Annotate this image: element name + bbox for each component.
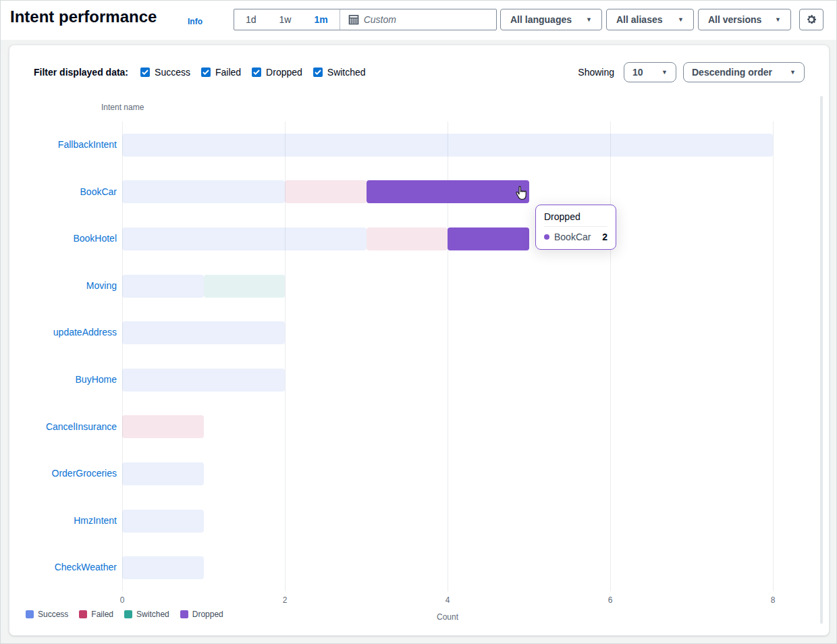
- checkbox-dropped[interactable]: Dropped: [252, 67, 302, 78]
- chart-legend: SuccessFailedSwitchedDropped: [26, 610, 223, 619]
- legend-item[interactable]: Switched: [124, 610, 169, 619]
- sort-order-select[interactable]: Descending order ▼: [683, 62, 805, 82]
- showing-label: Showing: [578, 67, 614, 78]
- filter-label: Filter displayed data:: [34, 67, 128, 78]
- tooltip-series-label: BookCar: [554, 232, 591, 242]
- tooltip-series-dot: [544, 234, 549, 240]
- divider: [340, 9, 340, 30]
- custom-date-input[interactable]: Custom: [364, 14, 396, 25]
- chart-tooltip: Dropped BookCar 2: [535, 205, 616, 250]
- language-filter-button[interactable]: All languages ▼: [500, 9, 602, 30]
- checkbox-checked-icon: [252, 68, 261, 77]
- intent-link[interactable]: updateAddress: [9, 309, 117, 356]
- checkbox-label: Switched: [327, 67, 366, 78]
- legend-label: Failed: [91, 610, 113, 619]
- x-axis-tick: 4: [446, 595, 450, 605]
- time-option-1d[interactable]: 1d: [234, 9, 268, 30]
- alias-filter-label: All aliases: [616, 14, 663, 25]
- bar-segment-success[interactable]: [122, 462, 204, 485]
- x-axis-tick: 6: [608, 595, 613, 605]
- bar-segment-switched[interactable]: [204, 275, 286, 298]
- time-option-1w[interactable]: 1w: [268, 9, 303, 30]
- bar-segment-success[interactable]: [122, 227, 367, 250]
- tooltip-row: BookCar 2: [544, 232, 608, 242]
- bar-segment-success[interactable]: [122, 369, 285, 392]
- tooltip-series-value: 2: [602, 232, 608, 242]
- bar-segment-success[interactable]: [122, 556, 204, 579]
- intent-link[interactable]: FallbackIntent: [9, 122, 117, 169]
- gridline: [773, 122, 774, 591]
- legend-swatch: [180, 610, 188, 618]
- legend-swatch: [124, 610, 132, 618]
- chevron-down-icon: ▼: [775, 16, 781, 23]
- alias-filter-button[interactable]: All aliases ▼: [606, 9, 694, 30]
- bar-segment-failed[interactable]: [367, 227, 448, 250]
- sort-order-value: Descending order: [692, 67, 772, 78]
- page-header: Intent performance Info 1d 1w 1m Custom …: [1, 1, 837, 40]
- x-axis-tick: 0: [120, 595, 125, 605]
- legend-item[interactable]: Success: [26, 610, 68, 619]
- cursor-icon: [515, 186, 527, 203]
- version-filter-label: All versions: [708, 14, 761, 25]
- legend-label: Switched: [136, 610, 169, 619]
- x-axis-tick: 8: [771, 595, 776, 605]
- chevron-down-icon: ▼: [678, 16, 684, 23]
- tooltip-title: Dropped: [544, 211, 608, 227]
- chevron-down-icon: ▼: [662, 69, 668, 76]
- page-title: Intent performance: [10, 7, 157, 26]
- bar-segment-success[interactable]: [122, 134, 773, 157]
- intent-link[interactable]: CheckWeather: [9, 544, 117, 591]
- chevron-down-icon: ▼: [790, 69, 796, 76]
- bar-segment-failed[interactable]: [122, 415, 204, 438]
- time-option-1m[interactable]: 1m: [302, 9, 339, 30]
- checkbox-checked-icon: [313, 68, 323, 77]
- bar-segment-success[interactable]: [122, 180, 285, 203]
- version-filter-button[interactable]: All versions ▼: [698, 9, 791, 30]
- legend-label: Success: [38, 610, 68, 619]
- calendar-icon: [348, 14, 359, 25]
- checkbox-checked-icon: [201, 68, 211, 77]
- checkbox-label: Dropped: [266, 67, 302, 78]
- intent-link[interactable]: OrderGroceries: [9, 450, 117, 498]
- page-size-select[interactable]: 10 ▼: [624, 62, 676, 82]
- page-size-value: 10: [632, 67, 643, 78]
- legend-swatch: [79, 610, 87, 618]
- info-link[interactable]: Info: [188, 17, 202, 26]
- bar-segment-success[interactable]: [122, 321, 285, 344]
- intent-link[interactable]: CancelInsurance: [9, 404, 117, 451]
- intent-link[interactable]: HmzIntent: [9, 498, 117, 545]
- bar-segment-success[interactable]: [122, 275, 204, 298]
- legend-item[interactable]: Dropped: [180, 610, 223, 619]
- checkbox-failed[interactable]: Failed: [201, 67, 241, 78]
- bar-segment-dropped[interactable]: [367, 180, 529, 203]
- bar-segment-failed[interactable]: [285, 180, 367, 203]
- bar-segment-success[interactable]: [122, 510, 204, 533]
- gear-icon: [805, 14, 817, 26]
- legend-swatch: [26, 610, 34, 618]
- scrollbar[interactable]: [820, 96, 823, 624]
- gridline: [610, 122, 611, 591]
- intent-performance-panel: Filter displayed data: Success Failed Dr…: [9, 45, 830, 636]
- intent-link[interactable]: BookCar: [9, 169, 117, 216]
- filter-row: Filter displayed data: Success Failed Dr…: [34, 61, 805, 83]
- language-filter-label: All languages: [510, 14, 572, 25]
- legend-label: Dropped: [192, 610, 223, 619]
- bar-segment-dropped[interactable]: [448, 227, 529, 250]
- plot-area: [122, 122, 773, 591]
- x-axis-tick: 2: [283, 595, 288, 605]
- intent-link[interactable]: BuyHome: [9, 356, 117, 404]
- chevron-down-icon: ▼: [586, 16, 592, 23]
- settings-button[interactable]: [799, 9, 824, 30]
- legend-item[interactable]: Failed: [79, 610, 113, 619]
- time-range-control: 1d 1w 1m Custom: [234, 9, 497, 30]
- intent-link[interactable]: BookHotel: [9, 215, 117, 263]
- checkbox-checked-icon: [140, 68, 150, 77]
- checkbox-switched[interactable]: Switched: [313, 67, 366, 78]
- y-axis-title: Intent name: [101, 103, 144, 112]
- checkbox-success[interactable]: Success: [140, 67, 190, 78]
- intent-link[interactable]: Moving: [9, 263, 117, 310]
- checkbox-label: Success: [155, 67, 190, 78]
- checkbox-label: Failed: [215, 67, 241, 78]
